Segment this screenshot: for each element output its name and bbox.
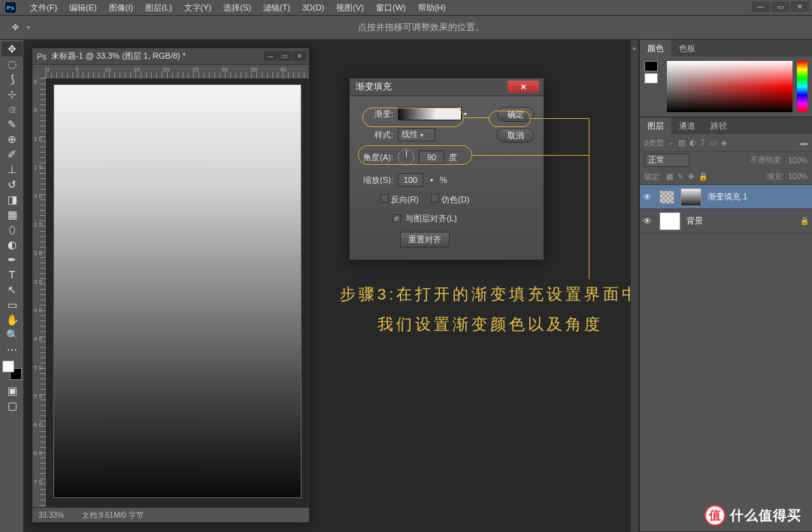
menu-3d[interactable]: 3D(D) — [296, 1, 330, 14]
align-checkbox[interactable]: ✓ — [392, 214, 401, 223]
filter-icon[interactable]: T — [701, 138, 705, 147]
gradient-label: 渐变: — [359, 108, 393, 120]
tab-layers[interactable]: 图层 — [640, 117, 671, 134]
menu-layer[interactable]: 图层(L) — [139, 0, 177, 16]
watermark-badge-icon: 值 — [704, 505, 726, 526]
ok-button[interactable]: 确定 — [497, 107, 535, 122]
angle-dial[interactable] — [398, 149, 414, 166]
canvas[interactable] — [46, 78, 309, 507]
blend-mode-select[interactable]: 正常 — [644, 154, 689, 167]
menu-filter[interactable]: 滤镜(T) — [257, 0, 296, 16]
filter-icon[interactable]: ▭ — [710, 138, 717, 147]
layer-row[interactable]: 👁 背景 🔒 — [640, 209, 812, 233]
foreground-background-swatch[interactable] — [2, 360, 22, 380]
lock-move-icon[interactable]: ✥ — [688, 172, 694, 181]
reverse-checkbox[interactable] — [380, 194, 389, 202]
layer-row[interactable]: 👁 渐变填充 1 — [640, 185, 812, 209]
more-tool[interactable]: ⋯ — [2, 342, 23, 357]
marquee-tool[interactable]: ◌ — [2, 56, 23, 71]
pen-tool[interactable]: ✒ — [2, 252, 23, 267]
scale-dropdown-icon[interactable]: ▾ — [428, 174, 435, 186]
menu-file[interactable]: 文件(F) — [24, 0, 63, 16]
zoom-level[interactable]: 33.33% — [38, 511, 64, 519]
lock-brush-icon[interactable]: ✎ — [677, 172, 683, 181]
color-current-swatch[interactable] — [644, 61, 662, 112]
screenmode-tool[interactable]: ▢ — [2, 398, 23, 413]
menu-image[interactable]: 图像(I) — [103, 0, 139, 16]
menu-window[interactable]: 窗口(W) — [370, 0, 412, 16]
doc-maximize-icon[interactable]: ▭ — [278, 51, 292, 61]
gradient-tool[interactable]: ▦ — [2, 207, 23, 222]
lasso-tool[interactable]: ⟆ — [2, 71, 23, 87]
window-minimize-icon[interactable]: — — [752, 2, 770, 12]
doc-close-icon[interactable]: ✕ — [292, 51, 306, 61]
opacity-value[interactable]: 100% — [788, 157, 807, 165]
dodge-tool[interactable]: ◐ — [2, 237, 23, 252]
path-tool[interactable]: ↖ — [2, 282, 23, 297]
document-title: 未标题-1 @ 33.3% (图层 1, RGB/8) * — [51, 50, 186, 62]
ruler-horizontal: 0510152025303540 — [32, 65, 309, 78]
hand-tool[interactable]: ✋ — [2, 312, 23, 327]
visibility-icon[interactable]: 👁 — [643, 192, 653, 202]
layer-filter-label[interactable]: ρ类型 — [644, 138, 664, 148]
zoom-tool[interactable]: 🔍 — [2, 327, 23, 342]
shape-tool[interactable]: ▭ — [2, 297, 23, 312]
toolbar: ✥ ◌ ⟆ ⊹ ⟃ ✎ ⊕ ✐ ⊥ ↺ ◨ ▦ ⬯ ◐ ✒ T ↖ ▭ ✋ 🔍 … — [0, 40, 24, 532]
menu-select[interactable]: 选择(S) — [217, 0, 257, 16]
menu-help[interactable]: 帮助(H) — [412, 0, 452, 16]
tab-color[interactable]: 颜色 — [640, 40, 671, 56]
cancel-button[interactable]: 取消 — [497, 128, 535, 143]
angle-unit: 度 — [449, 152, 457, 163]
angle-input[interactable] — [419, 150, 444, 164]
hue-strip[interactable] — [797, 61, 807, 112]
menu-view[interactable]: 视图(V) — [330, 0, 370, 16]
fill-value[interactable]: 100% — [788, 172, 807, 181]
scale-input[interactable] — [398, 173, 423, 187]
filter-toggle-icon[interactable]: ▬ — [800, 138, 807, 147]
gradient-dropdown-icon[interactable]: ▾ — [462, 108, 469, 120]
style-label: 样式: — [359, 129, 393, 141]
filter-icon[interactable]: ▧ — [678, 138, 685, 147]
canvas-zone: Ps 未标题-1 @ 33.3% (图层 1, RGB/8) * — ▭ ✕ 0… — [24, 40, 630, 532]
menu-edit[interactable]: 编辑(E) — [63, 0, 103, 16]
layers-panel: 图层 通道 路径 ρ类型 ⌄ ▧ ◐ T ▭ ◈ ▬ 正常 — [640, 117, 812, 532]
type-tool[interactable]: T — [2, 267, 23, 282]
move-tool[interactable]: ✥ — [2, 41, 23, 56]
window-maximize-icon[interactable]: ▭ — [771, 2, 789, 12]
brush-tool[interactable]: ✐ — [2, 147, 23, 162]
blur-tool[interactable]: ⬯ — [2, 222, 23, 237]
quick-select-tool[interactable]: ⊹ — [2, 87, 23, 102]
ps-logo-icon: Ps — [37, 52, 47, 61]
panel-collapse-strip[interactable]: ▸ — [630, 40, 639, 532]
ruler-vertical: 051 01 52 02 53 03 54 04 55 05 56 06 57 … — [32, 78, 46, 507]
gradient-preview[interactable] — [398, 107, 462, 120]
eyedropper-tool[interactable]: ✎ — [2, 117, 23, 132]
eraser-tool[interactable]: ◨ — [2, 192, 23, 207]
menu-type[interactable]: 文字(Y) — [178, 0, 218, 16]
tab-paths[interactable]: 路径 — [703, 117, 735, 134]
lock-all-icon[interactable]: 🔒 — [698, 172, 707, 181]
doc-minimize-icon[interactable]: — — [264, 51, 277, 61]
tab-channels[interactable]: 通道 — [671, 117, 703, 134]
lock-label: 锁定: — [644, 172, 662, 182]
color-ramp[interactable] — [667, 61, 792, 112]
align-label: 与图层对齐(L) — [405, 213, 456, 224]
dialog-close-button[interactable]: ✕ — [508, 81, 539, 93]
style-select[interactable]: 线性 ▾ — [398, 128, 435, 141]
scale-unit: % — [440, 175, 447, 184]
visibility-icon[interactable]: 👁 — [643, 216, 653, 226]
tab-swatches[interactable]: 色板 — [671, 40, 703, 56]
history-brush-tool[interactable]: ↺ — [2, 177, 23, 192]
stamp-tool[interactable]: ⊥ — [2, 162, 23, 177]
dither-checkbox[interactable] — [431, 194, 439, 202]
filter-icon[interactable]: ◈ — [721, 138, 727, 147]
move-tool-icon[interactable]: ✥ — [6, 19, 24, 37]
heal-tool[interactable]: ⊕ — [2, 132, 23, 147]
quickmask-tool[interactable]: ▣ — [2, 383, 23, 398]
lock-transparency-icon[interactable]: ▦ — [666, 172, 673, 181]
reset-align-button[interactable]: 重置对齐 — [400, 232, 450, 248]
crop-tool[interactable]: ⟃ — [2, 102, 23, 117]
right-panels: 颜色 色板 图层 通道 路径 ρ类型 ⌄ — [639, 40, 812, 532]
filter-icon[interactable]: ◐ — [689, 138, 696, 147]
window-close-icon[interactable]: ✕ — [791, 2, 809, 12]
